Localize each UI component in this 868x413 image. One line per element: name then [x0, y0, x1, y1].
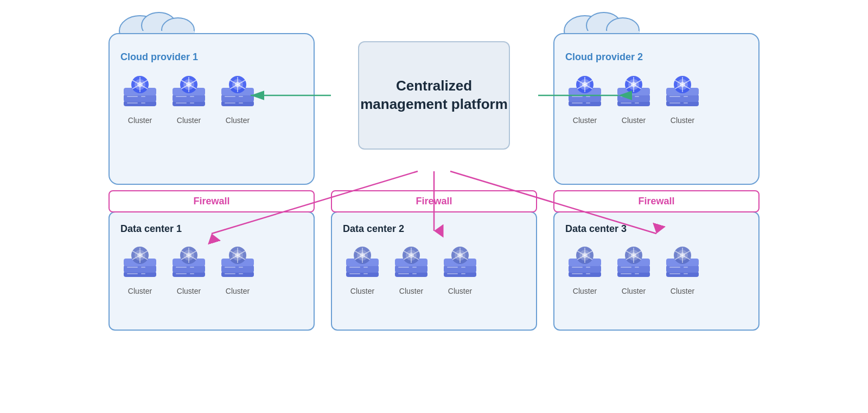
- svg-rect-134: [346, 265, 379, 273]
- dc3-cluster2-label: Cluster: [622, 287, 646, 295]
- svg-rect-34: [176, 96, 187, 97]
- svg-rect-37: [190, 102, 194, 104]
- cloud1-cluster2-label: Cluster: [177, 116, 201, 125]
- svg-rect-116: [176, 267, 187, 268]
- cloud1-cluster3-label: Cluster: [226, 116, 250, 125]
- dc1-cluster3-label: Cluster: [226, 287, 250, 295]
- svg-rect-56: [569, 94, 601, 102]
- svg-rect-197: [635, 273, 639, 274]
- svg-rect-183: [572, 273, 583, 274]
- dc1-cluster-1: Cluster: [120, 243, 159, 295]
- svg-rect-194: [621, 267, 631, 268]
- svg-rect-160: [444, 265, 476, 273]
- svg-rect-91: [684, 96, 688, 97]
- svg-rect-147: [395, 265, 427, 273]
- svg-rect-157: [398, 273, 409, 274]
- svg-rect-144: [349, 273, 360, 274]
- top-row: Cloud provider 1: [27, 6, 841, 185]
- svg-rect-65: [586, 96, 590, 97]
- svg-rect-208: [684, 267, 688, 268]
- firewall-badge-3: Firewall: [553, 190, 760, 212]
- k8s-icon: [565, 73, 604, 112]
- svg-rect-186: [617, 265, 650, 273]
- svg-rect-196: [621, 273, 631, 274]
- cloud-provider-1: Cloud provider 1: [108, 33, 315, 185]
- svg-rect-69: [617, 94, 650, 102]
- dc2-cluster3-label: Cluster: [448, 287, 472, 295]
- dc3-cluster-1: Cluster: [565, 243, 604, 295]
- svg-rect-77: [621, 96, 631, 97]
- dc2-title: Data center 2: [343, 223, 525, 235]
- svg-rect-103: [127, 267, 138, 268]
- dc3-cluster1-label: Cluster: [573, 287, 597, 295]
- k8s-icon: [441, 243, 480, 282]
- main-diagram: Cloud provider 1: [27, 6, 841, 407]
- svg-rect-105: [127, 273, 138, 274]
- svg-rect-92: [669, 102, 680, 104]
- k8s-icon: [120, 243, 159, 282]
- cloud1-clusters: Cluster: [120, 73, 257, 125]
- svg-rect-129: [225, 267, 235, 268]
- k8s-icon: [218, 243, 257, 282]
- dc3-clusters: Cluster: [565, 243, 748, 295]
- k8s-icon: [663, 73, 702, 112]
- svg-rect-207: [669, 267, 680, 268]
- bottom-row: Firewall Data center 1: [27, 190, 841, 331]
- firewall1-label: Firewall: [193, 196, 229, 206]
- svg-rect-79: [621, 102, 631, 104]
- svg-rect-80: [635, 102, 639, 104]
- firewall-badge-1: Firewall: [108, 190, 315, 212]
- dc3-cluster-2: Cluster: [614, 243, 653, 295]
- k8s-icon: [169, 243, 208, 282]
- svg-rect-119: [190, 273, 194, 274]
- svg-rect-170: [447, 273, 458, 274]
- center-title: Centralized management platform: [359, 77, 509, 114]
- svg-rect-23: [127, 102, 138, 104]
- firewall2-label: Firewall: [416, 196, 452, 206]
- cloud-box-1: Cloud provider 1: [108, 33, 315, 185]
- svg-rect-168: [447, 267, 458, 268]
- cloud2-cluster3-label: Cluster: [671, 116, 694, 125]
- cloud-box-2: Cloud provider 2: [553, 33, 760, 185]
- svg-rect-143: [363, 267, 368, 268]
- dc-box-1: Data center 1: [108, 211, 315, 331]
- dc-group-1: Firewall Data center 1: [108, 190, 315, 331]
- svg-rect-108: [173, 265, 205, 273]
- svg-rect-130: [239, 267, 243, 268]
- svg-rect-195: [635, 267, 639, 268]
- dc3-cluster3-label: Cluster: [671, 287, 694, 295]
- cloud1-cluster1-label: Cluster: [128, 116, 152, 125]
- k8s-icon: [663, 243, 702, 282]
- dc2-clusters: Cluster: [343, 243, 525, 295]
- k8s-icon: [614, 243, 653, 282]
- dc-group-3: Firewall Data center 3: [553, 190, 760, 331]
- cloud2-clusters: Cluster: [565, 73, 702, 125]
- svg-rect-50: [239, 102, 243, 104]
- svg-rect-155: [398, 267, 409, 268]
- svg-rect-64: [572, 96, 583, 97]
- center-management-box: Centralized management platform: [358, 41, 510, 150]
- svg-rect-145: [363, 273, 368, 274]
- dc2-cluster-3: Cluster: [441, 243, 480, 295]
- svg-rect-49: [225, 102, 235, 104]
- cloud2-cluster1-label: Cluster: [573, 116, 597, 125]
- svg-rect-67: [586, 102, 590, 104]
- cloud1-title: Cloud provider 1: [120, 51, 198, 63]
- svg-rect-13: [124, 94, 156, 102]
- svg-rect-35: [190, 96, 194, 97]
- k8s-icon: [565, 243, 604, 282]
- svg-rect-106: [141, 273, 145, 274]
- svg-rect-173: [569, 265, 601, 273]
- dc2-cluster2-label: Cluster: [399, 287, 423, 295]
- k8s-icon: [614, 73, 653, 112]
- svg-rect-118: [176, 273, 187, 274]
- cloud1-cluster-3: Cluster: [218, 73, 257, 125]
- svg-rect-209: [669, 273, 680, 274]
- svg-rect-90: [669, 96, 680, 97]
- svg-rect-104: [141, 267, 145, 268]
- dc3-title: Data center 3: [565, 223, 748, 235]
- k8s-icon: [392, 243, 431, 282]
- k8s-icon: [169, 73, 208, 112]
- svg-rect-181: [572, 267, 583, 268]
- svg-rect-171: [461, 273, 465, 274]
